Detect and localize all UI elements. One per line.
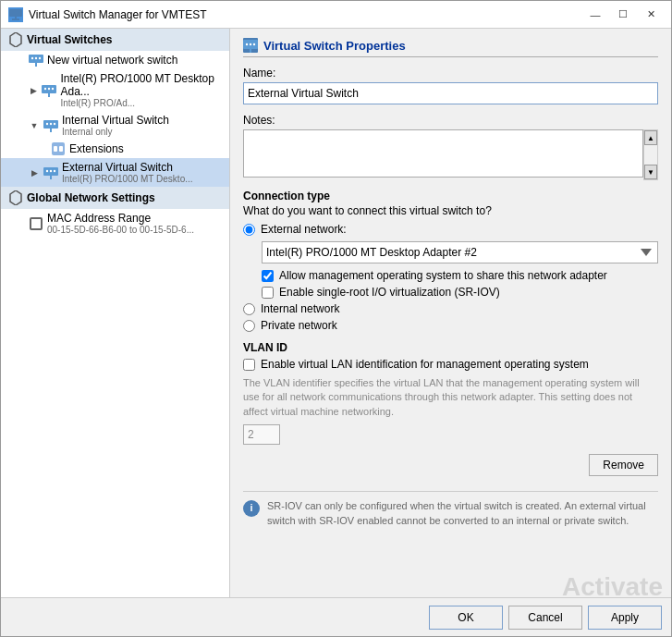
notes-container: ▲ ▼ <box>243 129 658 180</box>
info-icon: i <box>243 500 260 517</box>
svg-point-31 <box>246 43 248 45</box>
svg-rect-2 <box>12 18 19 20</box>
svg-point-17 <box>50 122 52 124</box>
scrollbar-track: ▲ ▼ <box>643 129 658 180</box>
adapter-dropdown-container: Intel(R) PRO/1000 MT Desktop Adapter #2 … <box>262 241 658 263</box>
svg-rect-0 <box>9 9 22 17</box>
scrollbar-up-btn[interactable]: ▲ <box>644 130 657 145</box>
svg-point-32 <box>250 43 251 45</box>
scrollbar-down-btn[interactable]: ▼ <box>644 165 657 179</box>
mac-icon <box>29 218 43 229</box>
notes-label: Notes: <box>243 114 658 127</box>
intel-external-item[interactable]: ▶ Intel(R) PRO/1000 MT Desktop Ada... In… <box>1 69 229 111</box>
vlan-section: VLAN ID Enable virtual LAN identificatio… <box>243 341 658 445</box>
apply-button[interactable]: Apply <box>588 606 662 630</box>
vlan-description: The VLAN identifier specifies the virtua… <box>243 376 658 419</box>
maximize-button[interactable]: ☐ <box>610 6 636 24</box>
remove-button-container: Remove <box>243 454 658 484</box>
notes-textarea[interactable] <box>243 129 643 178</box>
allow-management-label: Allow management operating system to sha… <box>279 269 607 282</box>
extensions-item[interactable]: Extensions <box>1 140 229 158</box>
svg-point-12 <box>48 87 50 89</box>
connection-type-section: Connection type What do you want to conn… <box>243 190 658 332</box>
vlan-checkbox-option: Enable virtual LAN identification for ma… <box>243 358 658 371</box>
private-network-label: Private network <box>261 319 337 332</box>
svg-rect-21 <box>59 146 63 152</box>
private-network-radio[interactable] <box>243 320 255 332</box>
remove-button[interactable]: Remove <box>589 454 658 476</box>
vlan-checkbox-label: Enable virtual LAN identification for ma… <box>261 358 589 371</box>
private-network-option: Private network <box>243 319 658 332</box>
ok-button[interactable]: OK <box>429 606 503 630</box>
external-virtual-switch-item[interactable]: ▶ External Virtual Switch Intel(R) PRO/1… <box>1 158 229 187</box>
info-message: SR-IOV can only be configured when the v… <box>267 499 658 528</box>
vlan-title: VLAN ID <box>243 341 658 354</box>
svg-point-8 <box>39 57 41 59</box>
bottom-bar: OK Cancel Apply <box>1 597 671 636</box>
svg-point-16 <box>46 122 48 124</box>
properties-icon <box>243 38 258 53</box>
virtual-switches-header: Virtual Switches <box>1 29 229 51</box>
name-input[interactable] <box>243 82 658 104</box>
svg-point-25 <box>50 169 52 171</box>
svg-point-11 <box>44 87 46 89</box>
svg-point-18 <box>54 122 55 124</box>
internal-network-radio[interactable] <box>243 303 255 315</box>
name-label: Name: <box>243 67 658 80</box>
notes-field-group: Notes: ▲ ▼ <box>243 114 658 180</box>
left-panel: Virtual Switches New virtual network swi… <box>1 29 230 597</box>
mac-address-range-item[interactable]: MAC Address Range 00-15-5D-66-B6-00 to 0… <box>1 209 229 238</box>
window-icon <box>8 7 23 22</box>
name-field-group: Name: <box>243 67 658 104</box>
svg-rect-28 <box>31 218 42 229</box>
window-title: Virtual Switch Manager for VMTEST <box>29 8 582 21</box>
svg-point-6 <box>31 57 33 59</box>
internal-network-option: Internal network <box>243 302 658 315</box>
expand-icon: ▶ <box>29 167 40 178</box>
extensions-icon <box>51 143 66 154</box>
switch-icon <box>42 85 56 96</box>
minimize-button[interactable]: — <box>582 6 608 24</box>
connection-question: What do you want to connect this virtual… <box>243 204 658 217</box>
activate-watermark: Activate <box>562 572 663 597</box>
internal-virtual-switch-item[interactable]: ▼ Internal Virtual Switch Internal only <box>1 111 229 140</box>
new-virtual-switch-item[interactable]: New virtual network switch <box>1 51 229 69</box>
vlan-value-input[interactable] <box>243 424 280 445</box>
info-box: i SR-IOV can only be configured when the… <box>243 491 658 533</box>
switch-icon <box>29 55 43 66</box>
external-network-radio[interactable] <box>243 224 255 236</box>
svg-point-13 <box>52 87 54 89</box>
svg-point-26 <box>54 169 55 171</box>
allow-management-option: Allow management operating system to sha… <box>262 269 658 282</box>
main-content: Virtual Switches New virtual network swi… <box>1 29 671 597</box>
enable-sriov-option: Enable single-root I/O virtualization (S… <box>262 286 658 299</box>
enable-sriov-label: Enable single-root I/O virtualization (S… <box>279 286 500 299</box>
vlan-enable-checkbox[interactable] <box>243 359 255 371</box>
internal-network-label: Internal network <box>261 302 339 315</box>
enable-sriov-checkbox[interactable] <box>262 287 274 299</box>
connection-type-title: Connection type <box>243 190 658 202</box>
window-controls: — ☐ ✕ <box>582 6 664 24</box>
expand-icon: ▼ <box>29 120 40 131</box>
svg-marker-3 <box>10 32 21 47</box>
external-network-option: External network: <box>243 223 658 236</box>
svg-point-33 <box>253 43 255 45</box>
external-network-label: External network: <box>261 223 347 236</box>
svg-marker-27 <box>10 190 21 205</box>
cancel-button[interactable]: Cancel <box>508 606 582 630</box>
switch-icon <box>43 120 58 131</box>
properties-section-title: Virtual Switch Properties <box>243 38 658 57</box>
close-button[interactable]: ✕ <box>638 6 664 24</box>
right-panel: Virtual Switch Properties Name: Notes: ▲… <box>230 29 671 597</box>
switch-icon <box>43 167 58 178</box>
expand-icon: ▶ <box>29 85 38 96</box>
allow-management-checkbox[interactable] <box>262 270 274 282</box>
svg-rect-20 <box>54 146 57 152</box>
main-window: Virtual Switch Manager for VMTEST — ☐ ✕ … <box>0 0 672 637</box>
global-network-settings-header: Global Network Settings <box>1 187 229 209</box>
title-bar: Virtual Switch Manager for VMTEST — ☐ ✕ <box>1 1 671 29</box>
svg-point-7 <box>35 57 37 59</box>
adapter-dropdown[interactable]: Intel(R) PRO/1000 MT Desktop Adapter #2 … <box>262 241 658 263</box>
svg-point-24 <box>46 169 48 171</box>
